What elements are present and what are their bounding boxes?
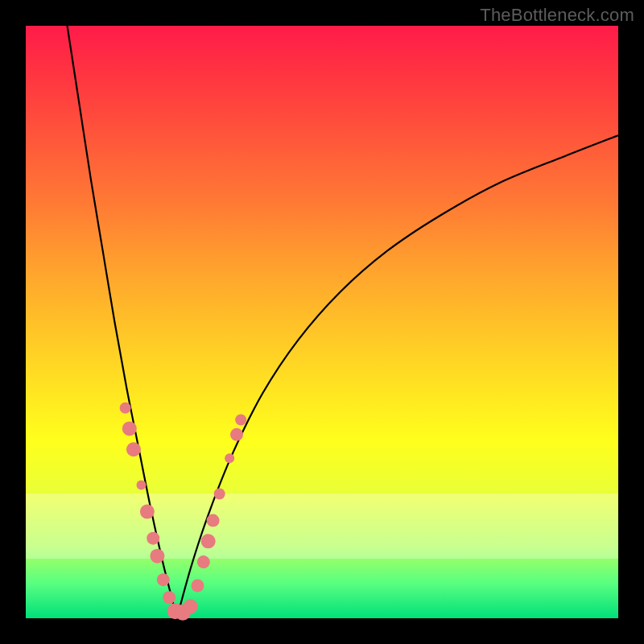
bead-marker bbox=[184, 599, 198, 613]
curve-layer bbox=[26, 26, 618, 618]
right-branch-curve bbox=[177, 135, 618, 618]
bead-marker bbox=[147, 532, 159, 545]
plot-area bbox=[26, 26, 618, 618]
bead-marker bbox=[214, 488, 225, 499]
bead-marker bbox=[191, 580, 204, 592]
bead-marker bbox=[120, 402, 131, 414]
bead-marker bbox=[122, 421, 137, 436]
watermark-text: TheBottleneck.com bbox=[480, 5, 634, 26]
bead-marker bbox=[207, 514, 220, 527]
bead-marker bbox=[150, 549, 164, 564]
bead-marker bbox=[140, 505, 155, 519]
bead-marker bbox=[201, 534, 216, 548]
bead-markers bbox=[120, 402, 247, 621]
bead-marker bbox=[197, 555, 210, 568]
bead-marker bbox=[137, 480, 147, 489]
bead-marker bbox=[157, 573, 170, 586]
bead-marker bbox=[230, 428, 243, 441]
bead-marker bbox=[235, 414, 246, 425]
bead-marker bbox=[163, 591, 175, 604]
bead-marker bbox=[126, 442, 141, 456]
left-branch-curve bbox=[68, 26, 177, 618]
bead-marker bbox=[225, 453, 234, 463]
chart-frame: TheBottleneck.com bbox=[0, 0, 644, 644]
